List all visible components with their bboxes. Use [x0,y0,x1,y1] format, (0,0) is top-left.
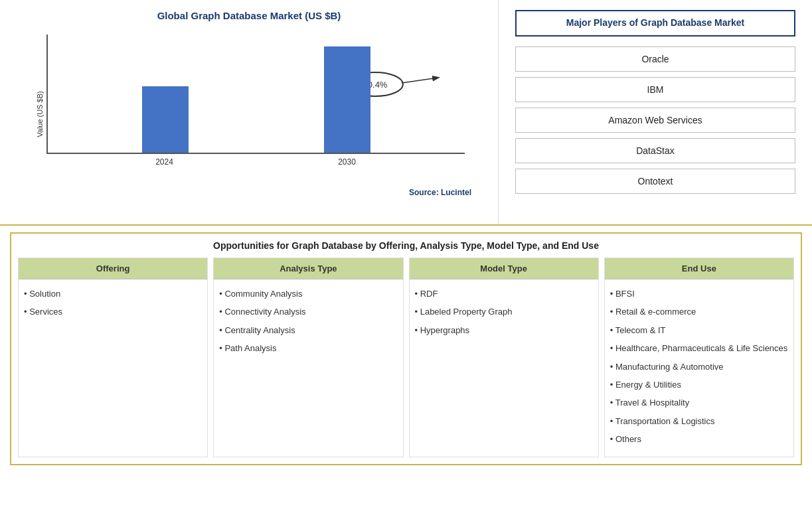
column-content: Community AnalysisConnectivity AnalysisC… [214,279,402,366]
list-item: Transportation & Logistics [610,414,788,429]
list-item: Path Analysis [219,340,397,356]
column-content: RDFLabeled Property GraphHypergraphs [410,279,598,347]
column-content: BFSIRetail & e-commerceTelecom & ITHealt… [605,279,793,457]
x-label-2030: 2030 [324,157,370,167]
list-item: Energy & Utilities [610,377,788,392]
list-item: Telecom & IT [610,323,788,338]
column-content: SolutionServices [19,279,207,329]
columns-grid: OfferingSolutionServicesAnalysis TypeCom… [18,258,794,457]
player-item: Amazon Web Services [515,108,795,133]
bar-group-2024 [142,86,189,153]
list-item: RDF [415,286,593,301]
column-header: Analysis Type [214,258,402,279]
list-item: Travel & Hospitality [610,395,788,410]
opportunities-title: Opportunities for Graph Database by Offe… [18,240,794,251]
source-text: Source: Lucintel [409,188,471,197]
list-item: Hypergraphs [415,323,593,338]
list-item: Solution [24,286,202,301]
opportunities-section: Opportunities for Graph Database by Offe… [10,232,802,465]
column-header: End Use [605,258,793,279]
bar-2030 [324,46,370,153]
chart-container: Value (US $B) 20.4% [13,28,485,200]
x-labels: 2024 2030 [46,154,465,167]
list-item: Centrality Analysis [219,323,397,338]
bars-area [46,35,465,154]
chart-title: Global Graph Database Market (US $B) [13,10,485,21]
list-item: Healthcare, Pharmaceuticals & Life Scien… [610,340,788,356]
list-item: Labeled Property Graph [415,304,593,319]
players-area: Major Players of Graph Database Market O… [498,0,812,224]
list-item: Others [610,431,788,447]
list-item: Services [24,304,202,319]
opportunity-column: End UseBFSIRetail & e-commerceTelecom & … [604,258,794,457]
player-item: Ontotext [515,169,795,194]
list-item: Retail & e-commerce [610,304,788,319]
opportunity-column: Model TypeRDFLabeled Property GraphHyper… [409,258,599,457]
players-title: Major Players of Graph Database Market [515,10,795,37]
bar-2024 [142,86,189,153]
y-axis-label: Value (US $B) [36,91,44,137]
chart-area: Global Graph Database Market (US $B) Val… [0,0,498,224]
chart-inner: 20.4% [46,35,465,174]
opportunity-column: OfferingSolutionServices [18,258,208,457]
opportunity-column: Analysis TypeCommunity AnalysisConnectiv… [213,258,403,457]
list-item: Community Analysis [219,286,397,301]
players-list: OracleIBMAmazon Web ServicesDataStaxOnto… [515,46,795,194]
list-item: BFSI [610,286,788,301]
player-item: IBM [515,77,795,102]
player-item: Oracle [515,46,795,72]
list-item: Manufacturing & Automotive [610,359,788,374]
player-item: DataStax [515,138,795,163]
x-label-2024: 2024 [141,157,188,167]
list-item: Connectivity Analysis [219,304,397,319]
bar-group-2030 [324,46,370,153]
column-header: Model Type [410,258,598,279]
column-header: Offering [19,258,207,279]
